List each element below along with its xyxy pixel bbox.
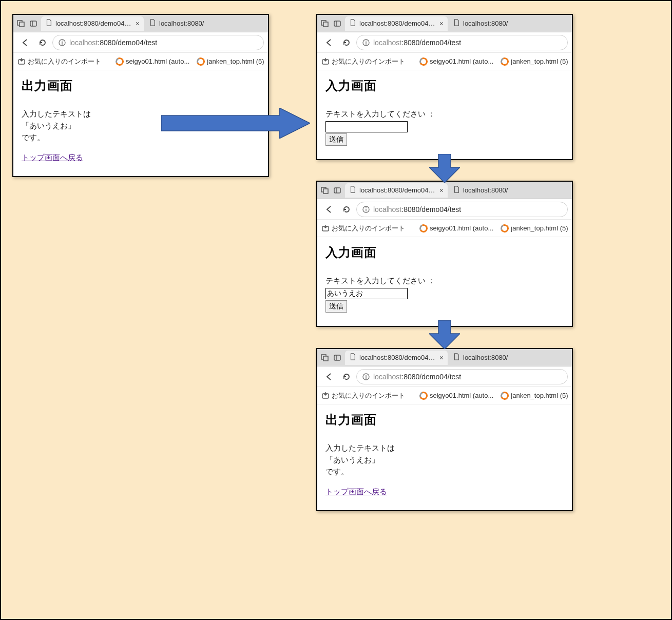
page-heading: 出力画面 — [22, 78, 260, 94]
tab-inactive[interactable]: localhost:8080/ — [449, 183, 512, 198]
bookmark-2[interactable]: janken_top.html (5) — [501, 392, 568, 400]
panel-icon[interactable] — [332, 185, 343, 196]
tab-inactive-label: localhost:8080/ — [159, 20, 204, 27]
import-icon — [321, 57, 330, 66]
favicon-icon — [500, 56, 510, 67]
url-input[interactable]: localhost:8080/demo04/test — [52, 35, 264, 50]
url-input[interactable]: localhost:8080/demo04/test — [356, 35, 568, 50]
bookmark-2[interactable]: janken_top.html (5) — [501, 224, 568, 232]
close-icon[interactable]: × — [439, 20, 444, 28]
refresh-button[interactable] — [339, 35, 354, 50]
svg-rect-6 — [62, 42, 62, 45]
workspaces-icon[interactable] — [319, 18, 331, 29]
submit-button[interactable]: 送信 — [325, 300, 347, 313]
browser-window-output-2: localhost:8080/demo04/test × localhost:8… — [316, 348, 573, 511]
page-icon — [349, 19, 356, 28]
import-icon — [17, 57, 26, 66]
bookmark-1[interactable]: seigyo01.html (auto... — [419, 392, 493, 400]
page-heading: 入力画面 — [325, 78, 564, 94]
tab-active-label: localhost:8080/demo04/test — [359, 20, 436, 27]
favicon-icon — [196, 56, 206, 67]
bookmarks-bar: お気に入りのインポート seigyo01.html (auto... janke… — [317, 387, 572, 404]
bookmarks-bar: お気に入りのインポート seigyo01.html (auto... janke… — [13, 53, 268, 70]
url-input[interactable]: localhost:8080/demo04/test — [356, 369, 568, 384]
tabs-bar: localhost:8080/demo04/test × localhost:8… — [317, 349, 572, 366]
info-icon — [362, 373, 370, 381]
tab-active-label: localhost:8080/demo04/test — [359, 354, 436, 361]
browser-window-input-empty: localhost:8080/demo04/test × localhost:8… — [316, 14, 573, 160]
close-icon[interactable]: × — [136, 20, 140, 28]
bookmark-import[interactable]: お気に入りのインポート — [321, 57, 405, 66]
import-icon — [321, 224, 330, 232]
back-button[interactable] — [17, 35, 33, 50]
bookmark-2[interactable]: janken_top.html (5) — [501, 57, 568, 66]
page-heading: 出力画面 — [325, 412, 564, 428]
close-icon[interactable]: × — [439, 354, 444, 362]
close-icon[interactable]: × — [439, 186, 444, 195]
output-line-3: です。 — [325, 467, 564, 477]
tab-inactive[interactable]: localhost:8080/ — [145, 16, 208, 31]
url-input[interactable]: localhost:8080/demo04/test — [356, 202, 568, 217]
back-button[interactable] — [321, 35, 337, 50]
text-input[interactable] — [325, 288, 408, 299]
page-icon — [453, 19, 460, 28]
import-icon — [321, 392, 330, 400]
bookmark-import[interactable]: お気に入りのインポート — [17, 57, 101, 66]
svg-point-5 — [62, 41, 63, 42]
bookmark-1[interactable]: seigyo01.html (auto... — [116, 57, 189, 66]
svg-rect-17 — [323, 189, 328, 193]
url-text: localhost:8080/demo04/test — [373, 373, 461, 381]
panel-icon[interactable] — [28, 18, 39, 29]
page-icon — [149, 19, 156, 28]
back-link[interactable]: トップ画面へ戻る — [325, 487, 387, 496]
favicon-icon — [418, 223, 429, 234]
workspaces-icon[interactable] — [319, 352, 331, 363]
bookmark-import[interactable]: お気に入りのインポート — [321, 391, 405, 400]
tab-active[interactable]: localhost:8080/demo04/test × — [41, 16, 144, 31]
tab-inactive-label: localhost:8080/ — [463, 186, 508, 194]
svg-rect-25 — [323, 356, 328, 361]
tabs-bar: localhost:8080/demo04/test × localhost:8… — [13, 15, 268, 32]
tab-active[interactable]: localhost:8080/demo04/test × — [345, 351, 448, 365]
tab-active-label: localhost:8080/demo04/test — [359, 186, 436, 194]
tab-inactive[interactable]: localhost:8080/ — [449, 16, 512, 31]
favicon-icon — [500, 390, 510, 401]
tab-inactive[interactable]: localhost:8080/ — [449, 351, 512, 365]
input-prompt: テキストを入力してください ： — [325, 109, 564, 119]
refresh-button[interactable] — [339, 202, 354, 217]
page-heading: 入力画面 — [325, 244, 564, 261]
info-icon — [362, 38, 370, 47]
tab-inactive-label: localhost:8080/ — [463, 20, 508, 27]
workspaces-icon[interactable] — [319, 185, 331, 196]
svg-rect-22 — [366, 209, 366, 211]
arrow-right-icon — [161, 108, 310, 139]
page-content: 入力画面 テキストを入力してください ： 送信 — [317, 70, 572, 159]
back-button[interactable] — [321, 202, 337, 217]
tab-active[interactable]: localhost:8080/demo04/test × — [345, 183, 448, 198]
panel-icon[interactable] — [332, 352, 343, 363]
back-link[interactable]: トップ画面へ戻る — [22, 153, 83, 162]
svg-point-29 — [366, 375, 367, 376]
bookmarks-bar: お気に入りのインポート seigyo01.html (auto... janke… — [317, 53, 572, 70]
info-icon — [362, 205, 370, 214]
refresh-button[interactable] — [35, 35, 50, 50]
bookmark-2[interactable]: janken_top.html (5) — [197, 57, 264, 66]
url-text: localhost:8080/demo04/test — [373, 38, 461, 47]
tabs-bar: localhost:8080/demo04/test × localhost:8… — [317, 15, 572, 32]
submit-button[interactable]: 送信 — [325, 133, 347, 146]
bookmark-import[interactable]: お気に入りのインポート — [321, 224, 405, 233]
page-content: 出力画面 入力したテキストは 「あいうえお」 です。 トップ画面へ戻る — [317, 404, 572, 510]
page-icon — [453, 186, 460, 195]
svg-point-13 — [366, 41, 367, 42]
refresh-button[interactable] — [339, 369, 354, 384]
tab-active[interactable]: localhost:8080/demo04/test × — [345, 16, 448, 31]
arrow-down-icon — [429, 320, 460, 349]
bookmark-1[interactable]: seigyo01.html (auto... — [419, 57, 493, 66]
back-button[interactable] — [321, 369, 337, 384]
page-icon — [453, 353, 460, 362]
workspaces-icon[interactable] — [15, 18, 27, 29]
bookmark-1[interactable]: seigyo01.html (auto... — [419, 224, 493, 232]
text-input[interactable] — [325, 121, 408, 132]
panel-icon[interactable] — [332, 18, 343, 29]
tabs-bar: localhost:8080/demo04/test × localhost:8… — [317, 182, 572, 199]
